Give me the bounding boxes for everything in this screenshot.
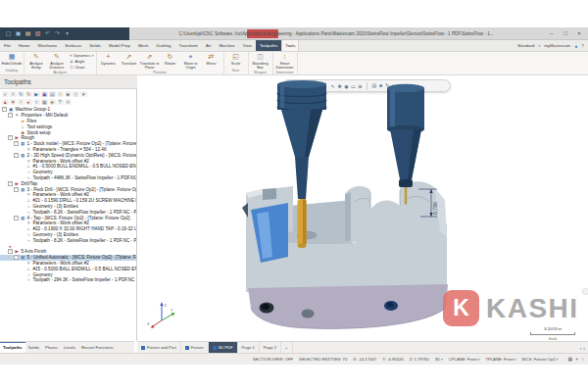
tab-transform[interactable]: Transform bbox=[174, 40, 201, 51]
scroll-insert-icon[interactable]: ↕ bbox=[33, 99, 40, 106]
tree-item[interactable]: −▦5 - Unified Automatic - [WCS: Fixture … bbox=[0, 255, 136, 261]
panel-tab-planes[interactable]: Planes bbox=[42, 342, 61, 353]
move-down-icon[interactable]: ▼ bbox=[10, 99, 17, 106]
feed-speed-icon[interactable]: ≈ bbox=[57, 91, 64, 98]
lock-icon[interactable]: ◆ bbox=[65, 91, 72, 98]
bounding-box-button[interactable]: ◫Bounding Box bbox=[251, 53, 270, 70]
toolpost-preset-select[interactable]: Standard bbox=[517, 43, 534, 48]
status-dropdown-tplane[interactable]: TPLANE: Front▾ bbox=[485, 357, 515, 362]
viewsheet-tab-page-2[interactable]: Page 2 bbox=[260, 342, 281, 353]
hide-unhide-button[interactable]: ▦Hide/Unhide bbox=[2, 53, 22, 66]
origin-snap-icon[interactable]: ⊕ bbox=[358, 83, 362, 89]
help-icon[interactable]: ? bbox=[57, 99, 64, 106]
viewsheet-tab-3d-pdf[interactable]: 3D PDF bbox=[209, 342, 238, 353]
gnomon-icon[interactable]: ⌖ bbox=[575, 356, 578, 363]
undo-icon[interactable]: ↶ bbox=[44, 30, 51, 37]
regenerate-selected-icon[interactable]: ↻ bbox=[18, 91, 24, 98]
tab-solids[interactable]: Solids bbox=[85, 40, 105, 51]
rotate-button[interactable]: ↻Rotate bbox=[161, 53, 180, 66]
selection-grid-icon[interactable]: ▤ bbox=[372, 82, 377, 89]
post-icon[interactable]: ▤ bbox=[49, 91, 56, 98]
tab-art[interactable]: Art bbox=[202, 40, 216, 51]
status-dropdown-3d[interactable]: 3D▾ bbox=[435, 357, 443, 362]
scroll-left-icon[interactable]: ‹ bbox=[580, 345, 582, 351]
viewsheet-tab-fixture-and-part[interactable]: Fixture and Part bbox=[137, 342, 181, 353]
redo-icon[interactable]: ↷ bbox=[54, 30, 61, 37]
selection-grid-icon[interactable]: ▦ bbox=[567, 356, 572, 363]
viewsheet-tab-item[interactable]: + bbox=[281, 342, 292, 353]
panel-tab-solids[interactable]: Solids bbox=[25, 342, 42, 353]
globe-icon[interactable]: ○ bbox=[581, 356, 584, 363]
selection-mode-icon[interactable]: ◈ bbox=[379, 82, 383, 89]
mymastercam-link[interactable]: myMastercam bbox=[544, 43, 570, 48]
insert-above-icon[interactable]: ↑ bbox=[18, 99, 24, 106]
collapse-icon[interactable]: ✕ bbox=[65, 99, 72, 106]
account-icon[interactable]: ● bbox=[574, 43, 577, 49]
expand-toggle[interactable]: − bbox=[8, 135, 13, 140]
rotate-view-icon[interactable]: ↻ bbox=[385, 82, 389, 89]
expand-toggle[interactable]: − bbox=[2, 107, 7, 112]
expand-toggle[interactable]: − bbox=[8, 181, 13, 186]
minimize-button[interactable]: – bbox=[545, 27, 559, 40]
panel-tab-toolpaths[interactable]: Toolpaths bbox=[0, 342, 25, 353]
expand-toggle[interactable]: − bbox=[14, 153, 19, 158]
tree-item[interactable]: −▦2 - 3D High Speed (Dynamic OptiRest) -… bbox=[0, 152, 136, 158]
dynamics-button[interactable]: +Dynamics▾ bbox=[70, 54, 94, 58]
tab-view[interactable]: View bbox=[239, 40, 256, 51]
tree-item[interactable]: −▦4 - Tap - [WCS: Fixture Op2] - [Tplane… bbox=[0, 215, 136, 220]
translate-button[interactable]: ↗Translate bbox=[120, 53, 139, 66]
close-button[interactable]: × bbox=[572, 27, 586, 40]
tab-surfaces[interactable]: Surfaces bbox=[61, 40, 85, 51]
chevron-down-icon[interactable]: ▾ bbox=[319, 84, 321, 88]
point-select-icon[interactable]: ↖ bbox=[331, 83, 335, 89]
tree-item[interactable]: −▦1 - Stock model - [WCS: Fixture Op2] -… bbox=[0, 141, 136, 147]
display-options-icon[interactable]: ◈ bbox=[49, 99, 56, 106]
tab-wireframe[interactable]: Wireframe bbox=[33, 40, 61, 51]
tab-drafting[interactable]: Drafting bbox=[152, 40, 174, 51]
dynamic-button[interactable]: +Dynamic bbox=[99, 53, 119, 66]
tree-item[interactable]: −▦3 - Peck Drill - [WCS: Fixture Op2] - … bbox=[0, 186, 136, 192]
tab-file[interactable]: File bbox=[0, 40, 15, 51]
viewsheet-tab-page-1[interactable]: Page 1 bbox=[238, 342, 260, 353]
expand-toggle[interactable]: − bbox=[14, 141, 19, 146]
move-to-origin-button[interactable]: ⌖Move to Origin bbox=[181, 53, 201, 70]
qat-customize-icon[interactable]: ▾ bbox=[64, 30, 71, 37]
new-file-icon[interactable]: ▢ bbox=[5, 30, 12, 37]
analyze-entity-button[interactable]: ✎Analyze Entity bbox=[26, 53, 46, 70]
expand-toggle[interactable]: − bbox=[8, 113, 13, 118]
print-icon[interactable]: ▥ bbox=[34, 30, 41, 37]
insert-arrow-icon[interactable]: ▸ bbox=[25, 99, 32, 106]
select-none-icon[interactable]: ✕ bbox=[10, 91, 17, 98]
verify-icon[interactable]: ▣ bbox=[41, 91, 48, 98]
fit-view-icon[interactable]: ⌖ bbox=[392, 82, 395, 89]
tab-machine[interactable]: Machine bbox=[215, 40, 238, 51]
status-dropdown-wcs[interactable]: WCS: Fixture Op2▾ bbox=[522, 357, 559, 362]
help-icon[interactable]: ? bbox=[581, 43, 584, 49]
expand-toggle[interactable]: − bbox=[14, 255, 19, 260]
autocursor-dropdown[interactable]: AutoCursor bbox=[294, 83, 317, 88]
expand-toggle[interactable]: − bbox=[14, 216, 19, 220]
viewsheet-tab-fixture[interactable]: Fixture bbox=[181, 342, 209, 353]
toggle-display-icon[interactable]: ◇ bbox=[73, 91, 79, 98]
expand-toggle[interactable]: − bbox=[8, 249, 13, 254]
regenerate-all-icon[interactable]: ↻ bbox=[25, 91, 32, 98]
maximize-button[interactable]: □ bbox=[559, 27, 572, 40]
backplot-icon[interactable]: ▶ bbox=[33, 91, 40, 98]
panel-tab-recent-functions[interactable]: Recent Functions bbox=[78, 342, 117, 353]
tab-mesh[interactable]: Mesh bbox=[134, 40, 153, 51]
status-dropdown-cplane[interactable]: CPLANE: Front▾ bbox=[449, 357, 480, 362]
circle-center-icon[interactable]: ◉ bbox=[344, 83, 348, 89]
panel-tab-levels[interactable]: Levels bbox=[61, 342, 78, 353]
tab-model-prep[interactable]: Model Prep bbox=[105, 40, 134, 51]
save-icon[interactable]: ▣ bbox=[15, 30, 22, 37]
expand-toggle[interactable]: − bbox=[14, 187, 19, 192]
angle-button[interactable]: ∠Angle bbox=[70, 60, 94, 64]
translate-to-plane-button[interactable]: ⇗Translate to Plane bbox=[140, 53, 160, 70]
tree-item[interactable]: ≈Toolpath - 294.3K - SwissFlow Impeller … bbox=[0, 277, 136, 283]
crosshair-icon[interactable]: ✚ bbox=[338, 83, 342, 89]
tab-tools[interactable]: Tools bbox=[281, 40, 299, 51]
mirror-button[interactable]: ⇄Mirror bbox=[202, 53, 221, 66]
display-selected-icon[interactable]: ▦ bbox=[41, 99, 48, 106]
midpoint-icon[interactable]: ▭ bbox=[351, 83, 356, 89]
scroll-right-icon[interactable]: › bbox=[583, 345, 585, 351]
